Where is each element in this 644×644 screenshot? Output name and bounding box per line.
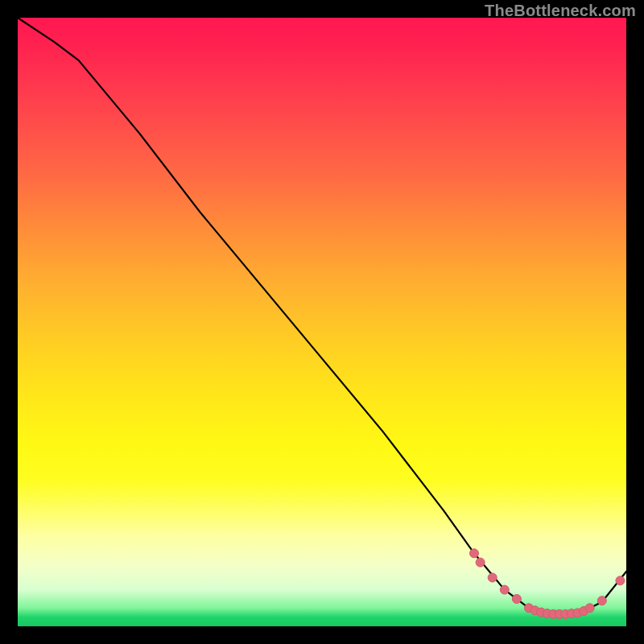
marker-dot bbox=[470, 549, 479, 558]
marker-dot bbox=[585, 604, 594, 613]
marker-dot bbox=[512, 595, 521, 604]
main-curve bbox=[18, 18, 626, 614]
marker-dot bbox=[597, 597, 606, 605]
watermark-text: TheBottleneck.com bbox=[485, 2, 636, 20]
marker-dot bbox=[616, 576, 625, 585]
marker-points-group bbox=[470, 549, 625, 619]
marker-dot bbox=[476, 558, 485, 567]
marker-dot bbox=[488, 573, 497, 582]
chart-overlay-svg bbox=[18, 18, 626, 626]
chart-stage: TheBottleneck.com bbox=[0, 0, 644, 644]
marker-dot bbox=[500, 585, 509, 594]
